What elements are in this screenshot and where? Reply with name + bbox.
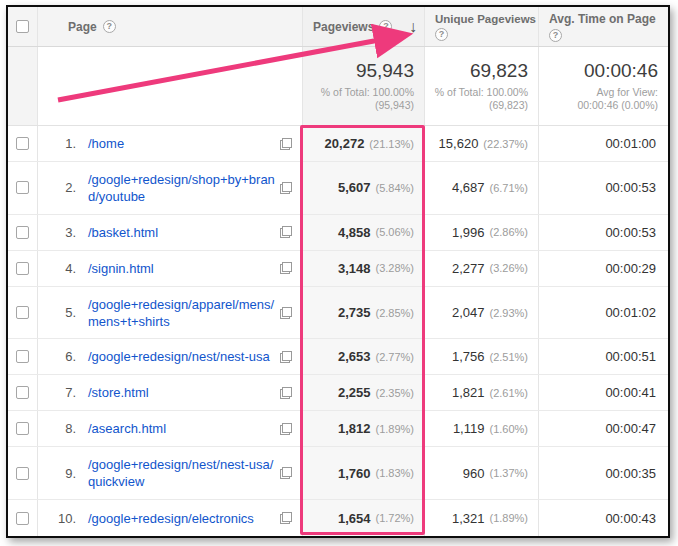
- table-row: 7. /store.html 2,255(2.35%) 1,821(2.61%)…: [8, 375, 668, 411]
- row-checkbox[interactable]: [16, 422, 29, 435]
- open-in-new-window-icon[interactable]: [280, 387, 292, 399]
- page-cell: 4. /signin.html: [38, 251, 302, 286]
- unique-pageviews-cell: 1,321(1.89%): [424, 500, 538, 536]
- page-link[interactable]: /google+redesign/nest/nest-usa/quickview: [88, 456, 280, 490]
- page-cell: 5. /google+redesign/apparel/mens/mens+t+…: [38, 287, 302, 339]
- avg-time-column-label: Avg. Time on Page: [549, 12, 656, 26]
- row-number: 3.: [50, 225, 76, 240]
- row-checkbox-cell: [8, 447, 38, 499]
- pageviews-percent: (5.06%): [375, 226, 414, 238]
- page-cell: 2. /google+redesign/shop+by+brand/youtub…: [38, 162, 302, 214]
- table-row: 10. /google+redesign/electronics 1,654(1…: [8, 500, 668, 536]
- avg-time-cell: 00:00:41: [538, 375, 668, 410]
- open-in-new-window-icon[interactable]: [280, 226, 292, 238]
- pageviews-value: 4,858: [338, 225, 371, 240]
- avg-time-cell: 00:00:47: [538, 411, 668, 446]
- pageviews-cell: 2,255(2.35%): [302, 375, 424, 410]
- row-checkbox-cell: [8, 500, 38, 536]
- row-number: 5.: [50, 305, 76, 320]
- avg-time-value: 00:01:02: [605, 305, 656, 320]
- pageviews-total-note2: (95,943): [375, 99, 414, 112]
- row-checkbox[interactable]: [16, 386, 29, 399]
- pageviews-cell: 1,760(1.83%): [302, 447, 424, 499]
- help-icon[interactable]: ?: [379, 20, 392, 33]
- avg-time-cell: 00:00:43: [538, 500, 668, 536]
- unique-pageviews-value: 2,047: [452, 305, 485, 320]
- help-icon[interactable]: ?: [103, 20, 116, 33]
- open-in-new-window-icon[interactable]: [280, 423, 292, 435]
- row-checkbox[interactable]: [16, 262, 29, 275]
- page-link[interactable]: /google+redesign/apparel/mens/mens+t+shi…: [88, 296, 280, 330]
- page-link[interactable]: /signin.html: [88, 260, 154, 277]
- avg-time-value: 00:00:47: [605, 421, 656, 436]
- unique-pageviews-value: 1,756: [452, 349, 485, 364]
- open-in-new-window-icon[interactable]: [280, 138, 292, 150]
- pageviews-cell: 1,654(1.72%): [302, 500, 424, 536]
- page-link[interactable]: /google+redesign/shop+by+brand/youtube: [88, 171, 280, 205]
- unique-pageviews-cell: 960(1.37%): [424, 447, 538, 499]
- unique-pageviews-cell: 1,756(2.51%): [424, 339, 538, 374]
- open-in-new-window-icon[interactable]: [280, 467, 292, 479]
- unique-pageviews-value: 4,687: [452, 180, 485, 195]
- pageviews-value: 20,272: [325, 136, 365, 151]
- row-checkbox[interactable]: [16, 512, 29, 525]
- pageviews-cell: 20,272(21.13%): [302, 126, 424, 161]
- pageviews-cell: 5,607(5.84%): [302, 162, 424, 214]
- page-link[interactable]: /google+redesign/electronics: [88, 510, 254, 527]
- row-checkbox-cell: [8, 162, 38, 214]
- page-link[interactable]: /basket.html: [88, 224, 158, 241]
- open-in-new-window-icon[interactable]: [280, 182, 292, 194]
- header-page-column[interactable]: Page ?: [38, 7, 302, 46]
- row-checkbox[interactable]: [16, 226, 29, 239]
- header-avg-time-column[interactable]: Avg. Time on Page ?: [538, 7, 668, 46]
- pageviews-percent: (2.85%): [375, 307, 414, 319]
- pageviews-value: 1,654: [338, 511, 371, 526]
- row-number: 8.: [50, 421, 76, 436]
- row-checkbox[interactable]: [16, 306, 29, 319]
- row-checkbox-cell: [8, 287, 38, 339]
- open-in-new-window-icon[interactable]: [280, 307, 292, 319]
- page-cell: 6. /google+redesign/nest/nest-usa: [38, 339, 302, 374]
- pageviews-percent: (3.28%): [375, 262, 414, 274]
- page-link[interactable]: /home: [88, 135, 124, 152]
- select-all-checkbox[interactable]: [16, 20, 29, 33]
- row-number: 10.: [50, 511, 76, 526]
- row-checkbox[interactable]: [16, 137, 29, 150]
- row-checkbox[interactable]: [16, 350, 29, 363]
- page-cell: 10. /google+redesign/electronics: [38, 500, 302, 536]
- unique-pageviews-value: 960: [463, 466, 485, 481]
- row-number: 6.: [50, 349, 76, 364]
- header-pageviews-column[interactable]: Pageviews ? ↓: [302, 7, 424, 46]
- unique-pageviews-cell: 1,821(2.61%): [424, 375, 538, 410]
- row-checkbox[interactable]: [16, 181, 29, 194]
- totals-page-cell: [38, 47, 302, 125]
- row-number: 2.: [50, 180, 76, 195]
- table-row: 2. /google+redesign/shop+by+brand/youtub…: [8, 162, 668, 215]
- pageviews-cell: 1,812(1.89%): [302, 411, 424, 446]
- page-link[interactable]: /store.html: [88, 384, 149, 401]
- page-link[interactable]: /google+redesign/nest/nest-usa: [88, 348, 270, 365]
- unique-pageviews-value: 1,996: [452, 225, 485, 240]
- open-in-new-window-icon[interactable]: [280, 351, 292, 363]
- avg-time-cell: 00:00:35: [538, 447, 668, 499]
- help-icon[interactable]: ?: [549, 29, 562, 42]
- sort-descending-icon[interactable]: ↓: [409, 19, 417, 35]
- page-link[interactable]: /asearch.html: [88, 420, 166, 437]
- unique-pageviews-total: 69,823: [470, 60, 528, 82]
- unique-pageviews-value: 1,321: [452, 511, 485, 526]
- header-unique-pageviews-column[interactable]: Unique Pageviews ?: [424, 7, 538, 46]
- pageviews-percent: (2.77%): [375, 351, 414, 363]
- pageviews-percent: (1.89%): [375, 423, 414, 435]
- avg-time-value: 00:00:41: [605, 385, 656, 400]
- totals-row: 95,943 % of Total: 100.00% (95,943) 69,8…: [8, 47, 668, 126]
- help-icon[interactable]: ?: [435, 28, 448, 41]
- row-checkbox[interactable]: [16, 467, 29, 480]
- unique-pageviews-cell: 1,996(2.86%): [424, 215, 538, 250]
- unique-pageviews-percent: (3.26%): [489, 262, 528, 274]
- unique-pageviews-column-label: Unique Pageviews: [435, 13, 536, 25]
- open-in-new-window-icon[interactable]: [280, 512, 292, 524]
- avg-time-value: 00:01:00: [605, 136, 656, 151]
- pageviews-value: 2,735: [338, 305, 371, 320]
- open-in-new-window-icon[interactable]: [280, 262, 292, 274]
- pageviews-column-label: Pageviews: [313, 20, 374, 34]
